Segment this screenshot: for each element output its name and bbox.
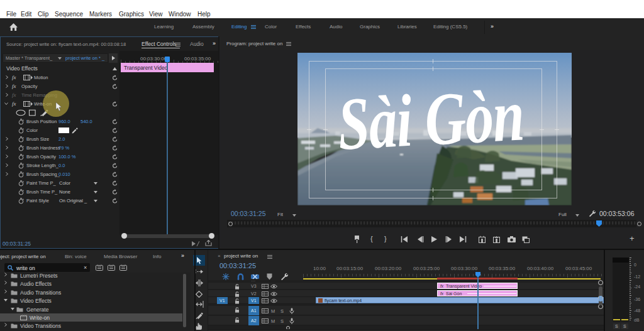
svg-text:Sài Gòn: Sài Gòn [336,73,526,165]
